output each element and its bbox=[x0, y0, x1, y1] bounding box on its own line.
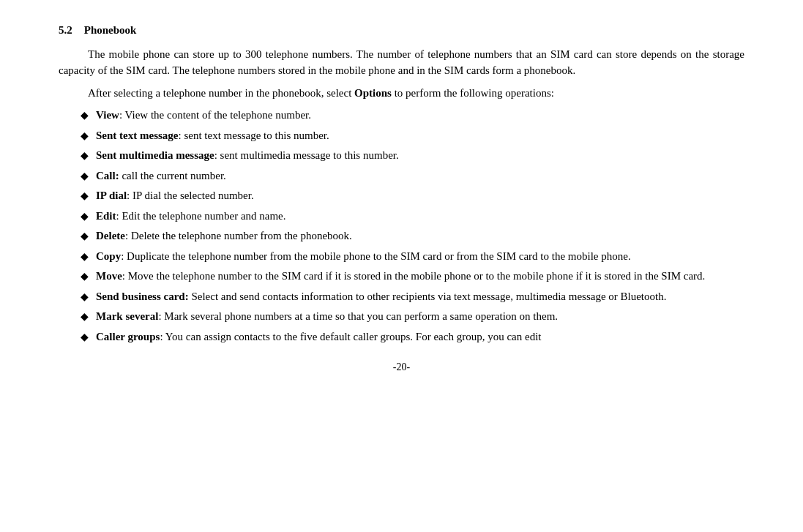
bullet-bold: Move bbox=[96, 270, 122, 282]
page-number: -20- bbox=[59, 359, 744, 375]
section-header: 5.2Phonebook bbox=[59, 22, 744, 39]
list-item: ◆Caller groups: You can assign contacts … bbox=[59, 329, 744, 345]
bullet-text: Call: call the current number. bbox=[96, 168, 744, 184]
bullet-text: Sent text message: sent text message to … bbox=[96, 127, 744, 144]
bullet-text: Delete: Delete the telephone number from… bbox=[96, 228, 744, 244]
list-item: ◆Sent multimedia message: sent multimedi… bbox=[59, 147, 744, 164]
bullet-bold: Sent multimedia message bbox=[96, 149, 214, 161]
bullet-diamond-icon: ◆ bbox=[81, 128, 89, 143]
paragraph-2: After selecting a telephone number in th… bbox=[59, 85, 744, 102]
bullet-diamond-icon: ◆ bbox=[81, 148, 89, 163]
bullet-list: ◆View: View the content of the telephone… bbox=[59, 107, 744, 345]
bullet-text: Edit: Edit the telephone number and name… bbox=[96, 208, 744, 225]
bullet-bold: Sent text message bbox=[96, 130, 178, 141]
bullet-bold: Mark several bbox=[96, 310, 158, 322]
list-item: ◆Move: Move the telephone number to the … bbox=[59, 268, 744, 285]
bullet-text: Mark several: Mark several phone numbers… bbox=[96, 308, 744, 325]
section-title: Phonebook bbox=[84, 24, 137, 36]
bullet-bold: Caller groups bbox=[96, 331, 160, 342]
bullet-diamond-icon: ◆ bbox=[81, 289, 89, 304]
list-item: ◆Copy: Duplicate the telephone number fr… bbox=[59, 248, 744, 265]
list-item: ◆IP dial: IP dial the selected number. bbox=[59, 187, 744, 204]
section-number: 5.2 bbox=[59, 24, 72, 36]
bullet-diamond-icon: ◆ bbox=[81, 168, 89, 184]
bullet-bold: Send business card: bbox=[96, 291, 189, 302]
list-item: ◆Edit: Edit the telephone number and nam… bbox=[59, 208, 744, 225]
bullet-text: Send business card: Select and send cont… bbox=[96, 288, 744, 305]
list-item: ◆Delete: Delete the telephone number fro… bbox=[59, 228, 744, 244]
bullet-text: Sent multimedia message: sent multimedia… bbox=[96, 147, 744, 164]
bullet-bold: Delete bbox=[96, 230, 125, 241]
bullet-text: IP dial: IP dial the selected number. bbox=[96, 187, 744, 204]
paragraph-1: The mobile phone can store up to 300 tel… bbox=[59, 46, 744, 79]
bullet-bold: Copy bbox=[96, 250, 121, 262]
bullet-bold: IP dial bbox=[96, 190, 127, 201]
list-item: ◆Sent text message: sent text message to… bbox=[59, 127, 744, 144]
bullet-diamond-icon: ◆ bbox=[81, 329, 89, 345]
bullet-diamond-icon: ◆ bbox=[81, 269, 89, 284]
bullet-text: View: View the content of the telephone … bbox=[96, 107, 744, 124]
options-keyword: Options bbox=[354, 87, 392, 99]
bullet-text: Caller groups: You can assign contacts t… bbox=[96, 329, 744, 345]
bullet-text: Move: Move the telephone number to the S… bbox=[96, 268, 744, 285]
list-item: ◆Call: call the current number. bbox=[59, 168, 744, 184]
bullet-diamond-icon: ◆ bbox=[81, 108, 89, 123]
bullet-diamond-icon: ◆ bbox=[81, 188, 89, 203]
list-item: ◆Mark several: Mark several phone number… bbox=[59, 308, 744, 325]
bullet-bold: Edit bbox=[96, 210, 116, 222]
bullet-diamond-icon: ◆ bbox=[81, 228, 89, 244]
bullet-diamond-icon: ◆ bbox=[81, 209, 89, 224]
bullet-bold: View bbox=[96, 109, 119, 121]
bullet-text: Copy: Duplicate the telephone number fro… bbox=[96, 248, 744, 265]
bullet-bold: Call: bbox=[96, 170, 119, 181]
bullet-diamond-icon: ◆ bbox=[81, 249, 89, 264]
list-item: ◆Send business card: Select and send con… bbox=[59, 288, 744, 305]
bullet-diamond-icon: ◆ bbox=[81, 309, 89, 324]
list-item: ◆View: View the content of the telephone… bbox=[59, 107, 744, 124]
